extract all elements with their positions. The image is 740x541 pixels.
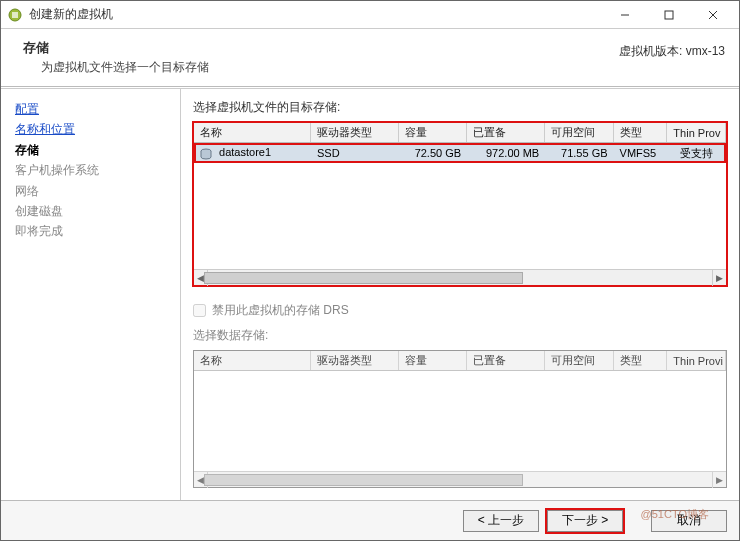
- sidebar-item-config[interactable]: 配置: [15, 99, 172, 119]
- secondary-grid-body: [194, 371, 726, 471]
- sidebar-item-network: 网络: [15, 181, 172, 201]
- row-drive-type: SSD: [311, 147, 399, 159]
- col-name[interactable]: 名称: [194, 123, 311, 142]
- wizard-main: 选择虚拟机文件的目标存储: 名称 驱动器类型 容量 已置备 可用空间 类型 Th…: [181, 89, 739, 500]
- col2-thin: Thin Provi: [667, 351, 726, 370]
- maximize-button[interactable]: [647, 2, 691, 28]
- row-type: VMFS5: [614, 147, 668, 159]
- scroll-thumb[interactable]: [204, 474, 523, 486]
- back-button[interactable]: < 上一步: [463, 510, 539, 532]
- disable-storage-drs-label: 禁用此虚拟机的存储 DRS: [212, 302, 349, 319]
- row-capacity: 72.50 GB: [399, 147, 467, 159]
- col-capacity[interactable]: 容量: [399, 123, 467, 142]
- titlebar: 创建新的虚拟机: [1, 1, 739, 29]
- col2-free: 可用空间: [545, 351, 613, 370]
- minimize-button[interactable]: [603, 2, 647, 28]
- col-thin[interactable]: Thin Prov: [667, 123, 726, 142]
- row-thin: 受支持: [667, 146, 726, 161]
- wizard-header: 存储 为虚拟机文件选择一个目标存储 虚拟机版本: vmx-13: [1, 29, 739, 86]
- scroll-thumb[interactable]: [204, 272, 523, 284]
- window-title: 创建新的虚拟机: [29, 6, 113, 23]
- col2-drive-type: 驱动器类型: [311, 351, 399, 370]
- col2-name: 名称: [194, 351, 311, 370]
- vm-version-label: 虚拟机版本: vmx-13: [619, 39, 725, 60]
- app-icon: [7, 7, 23, 23]
- datastore-grid-header: 名称 驱动器类型 容量 已置备 可用空间 类型 Thin Prov: [194, 123, 726, 143]
- disable-storage-drs-input: [193, 304, 206, 317]
- sidebar-item-name-location[interactable]: 名称和位置: [15, 119, 172, 139]
- datastore-row[interactable]: datastore1 SSD 72.50 GB 972.00 MB 71.55 …: [194, 143, 726, 163]
- svg-rect-1: [12, 12, 18, 18]
- sidebar-item-storage: 存储: [15, 140, 172, 160]
- wizard-footer: < 上一步 下一步 > 取消 @51CTO博客: [1, 500, 739, 540]
- select-datastore-label: 选择数据存储:: [193, 327, 727, 344]
- scroll-right-icon[interactable]: ▶: [712, 270, 726, 286]
- col2-capacity: 容量: [399, 351, 467, 370]
- secondary-datastore-grid: 名称 驱动器类型 容量 已置备 可用空间 类型 Thin Provi ◀ ▶: [193, 350, 727, 488]
- datastore-grid[interactable]: 名称 驱动器类型 容量 已置备 可用空间 类型 Thin Prov dat: [193, 122, 727, 286]
- cancel-button[interactable]: 取消: [651, 510, 727, 532]
- wizard-steps-sidebar: 配置 名称和位置 存储 客户机操作系统 网络 创建磁盘 即将完成: [1, 89, 181, 500]
- secondary-grid-hscroll[interactable]: ◀ ▶: [194, 471, 726, 487]
- scroll-right-icon[interactable]: ▶: [712, 472, 726, 488]
- close-button[interactable]: [691, 2, 735, 28]
- row-name: datastore1: [219, 146, 271, 158]
- wizard-window: 创建新的虚拟机 存储 为虚拟机文件选择一个目标存储 虚拟机版本: vmx-13 …: [0, 0, 740, 541]
- row-free: 71.55 GB: [545, 147, 613, 159]
- sidebar-item-guest-os: 客户机操作系统: [15, 160, 172, 180]
- select-storage-label: 选择虚拟机文件的目标存储:: [193, 99, 727, 116]
- col-type[interactable]: 类型: [614, 123, 668, 142]
- col-free[interactable]: 可用空间: [545, 123, 613, 142]
- col2-type: 类型: [614, 351, 668, 370]
- svg-rect-3: [665, 11, 673, 19]
- col2-provisioned: 已置备: [467, 351, 545, 370]
- sidebar-item-create-disk: 创建磁盘: [15, 201, 172, 221]
- page-title: 存储: [23, 39, 619, 57]
- datastore-icon: [200, 148, 212, 160]
- col-drive-type[interactable]: 驱动器类型: [311, 123, 399, 142]
- row-provisioned: 972.00 MB: [467, 147, 545, 159]
- disable-storage-drs-checkbox: 禁用此虚拟机的存储 DRS: [193, 302, 727, 319]
- next-button[interactable]: 下一步 >: [547, 510, 623, 532]
- datastore-grid-hscroll[interactable]: ◀ ▶: [194, 269, 726, 285]
- page-subtitle: 为虚拟机文件选择一个目标存储: [23, 59, 619, 76]
- secondary-grid-header: 名称 驱动器类型 容量 已置备 可用空间 类型 Thin Provi: [194, 351, 726, 371]
- sidebar-item-ready: 即将完成: [15, 221, 172, 241]
- col-provisioned[interactable]: 已置备: [467, 123, 545, 142]
